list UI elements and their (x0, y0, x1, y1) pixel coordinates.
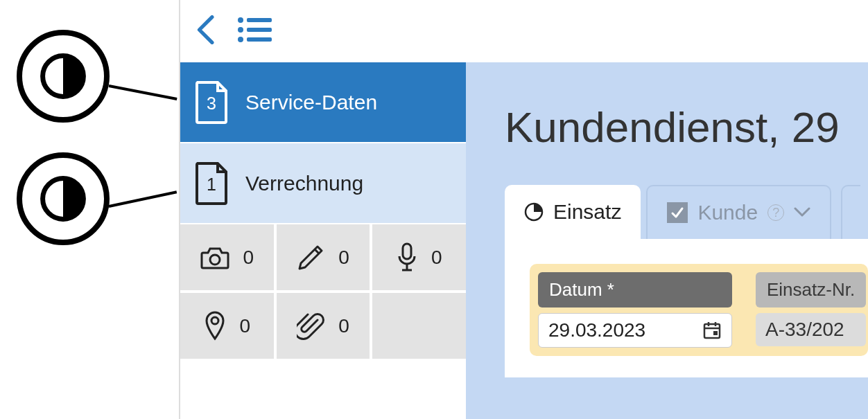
back-button[interactable] (196, 15, 218, 47)
pie-icon (524, 202, 544, 222)
paperclip-icon (297, 312, 324, 341)
count: 0 (240, 315, 251, 337)
nav-badge: 1 (194, 174, 229, 194)
empty-cell (372, 293, 466, 359)
svg-point-6 (238, 37, 243, 42)
callout-line (109, 190, 177, 208)
calendar-icon (702, 321, 722, 340)
chevron-left-icon (196, 15, 218, 44)
pencil-icon (297, 244, 324, 271)
field-label: Datum * (538, 272, 732, 307)
datum-input[interactable]: 29.03.2023 (538, 313, 732, 348)
camera-icon (200, 246, 229, 269)
nav-label: Service-Daten (245, 91, 377, 114)
document-icon: 3 (194, 81, 229, 124)
datum-value: 29.03.2023 (548, 319, 645, 341)
toolbar (180, 0, 868, 62)
svg-point-0 (43, 56, 84, 97)
checkbox-icon (667, 202, 688, 223)
nav-badge: 3 (194, 93, 229, 113)
callout-marker-2 (17, 152, 110, 245)
count: 0 (243, 247, 254, 269)
tab-stub (841, 185, 860, 239)
svg-point-1 (43, 179, 84, 220)
tab-label: Einsatz (553, 200, 621, 224)
mic-icon (397, 242, 417, 273)
title-prefix: Kundendienst (505, 103, 767, 151)
field-einsatznr: Einsatz-Nr. A-33/202 (756, 272, 866, 348)
count: 0 (338, 247, 349, 269)
help-icon: ? (767, 204, 784, 221)
highlighted-fields: Datum * 29.03.2023 (530, 264, 868, 356)
svg-point-2 (238, 17, 243, 23)
svg-point-13 (211, 317, 218, 324)
count: 0 (431, 247, 442, 269)
list-button[interactable] (237, 17, 272, 46)
sidebar-item-service-daten[interactable]: 3 Service-Daten (180, 62, 466, 143)
count: 0 (338, 315, 349, 337)
annotation-overlay (0, 0, 180, 419)
clip-button[interactable]: 0 (277, 293, 370, 359)
list-icon (237, 17, 272, 43)
tab-label: Kunde (697, 201, 758, 224)
einsatznr-value: A-33/202 (756, 313, 866, 346)
content-panel: Datum * 29.03.2023 (505, 239, 868, 377)
tab-einsatz[interactable]: Einsatz (505, 185, 641, 239)
sidebar: 3 Service-Daten 1 Verrechnung (180, 62, 466, 419)
main-panel: Kundendienst, 29 Einsatz Ku (466, 62, 868, 419)
field-label: Einsatz-Nr. (756, 272, 866, 307)
svg-line-9 (315, 249, 319, 253)
title-suffix: , 29 (767, 103, 839, 151)
attachment-grid: 0 0 0 (180, 224, 466, 359)
app-window: 3 Service-Daten 1 Verrechnung (179, 0, 868, 419)
svg-rect-3 (247, 18, 272, 22)
sidebar-item-verrechnung[interactable]: 1 Verrechnung (180, 143, 466, 224)
tab-bar: Einsatz Kunde ? (505, 185, 868, 239)
svg-rect-19 (713, 331, 718, 335)
half-circle-icon (39, 175, 87, 223)
nav-label: Verrechnung (245, 172, 363, 195)
svg-point-4 (238, 27, 243, 33)
half-circle-icon (39, 52, 87, 100)
tab-kunde[interactable]: Kunde ? (646, 185, 831, 239)
svg-rect-10 (403, 244, 411, 259)
callout-marker-1 (17, 30, 110, 123)
svg-rect-7 (247, 37, 272, 42)
callout-line (109, 84, 177, 100)
mic-button[interactable]: 0 (372, 224, 466, 290)
pin-icon (204, 311, 226, 341)
chevron-down-icon (794, 207, 810, 218)
page-title: Kundendienst, 29 (466, 62, 868, 152)
pin-button[interactable]: 0 (180, 293, 274, 359)
field-datum: Datum * 29.03.2023 (538, 272, 732, 348)
document-icon: 1 (194, 162, 229, 205)
pencil-button[interactable]: 0 (277, 224, 370, 290)
camera-button[interactable]: 0 (180, 224, 274, 290)
svg-rect-5 (247, 28, 272, 32)
svg-point-8 (210, 255, 220, 265)
